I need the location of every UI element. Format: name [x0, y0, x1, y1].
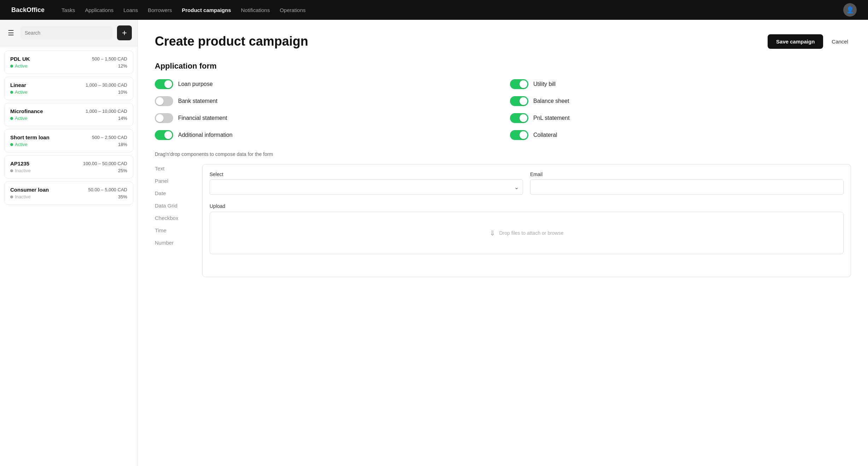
item-name: Consumer loan: [10, 187, 49, 193]
item-rate: 25%: [118, 168, 127, 173]
nav-product-campaigns[interactable]: Product campaigns: [182, 7, 231, 13]
toggle-row-loan-purpose: Loan purpose: [155, 79, 496, 89]
select-input[interactable]: [210, 179, 523, 195]
list-item[interactable]: PDL UK 500 – 1,500 CAD Active 12%: [4, 51, 133, 74]
item-range: 500 – 2,500 CAD: [92, 135, 127, 140]
status-text: Active: [15, 116, 27, 121]
status-text: Active: [15, 63, 27, 69]
nav-borrowers[interactable]: Borrowers: [148, 7, 172, 13]
status-badge: Inactive: [10, 168, 31, 173]
item-rate: 14%: [118, 116, 127, 121]
toggle-row-bank-statement: Bank statement: [155, 96, 496, 106]
bank-statement-toggle[interactable]: [155, 96, 173, 106]
list-item[interactable]: Microfinance 1,000 – 10,000 CAD Active 1…: [4, 103, 133, 126]
toggle-label: Utility bill: [533, 81, 556, 87]
status-dot: [10, 117, 13, 120]
status-dot: [10, 143, 13, 146]
toggle-label: Financial statement: [178, 115, 227, 121]
toggle-label: Loan purpose: [178, 81, 213, 87]
menu-icon-button[interactable]: ☰: [6, 27, 16, 39]
financial-statement-toggle[interactable]: [155, 113, 173, 123]
collateral-toggle[interactable]: [510, 130, 528, 140]
balance-sheet-toggle[interactable]: [510, 96, 528, 106]
status-text: Active: [15, 89, 27, 95]
item-range: 1,000 – 30,000 CAD: [86, 82, 127, 88]
cancel-button[interactable]: Cancel: [829, 34, 851, 49]
toggle-label: Bank statement: [178, 98, 217, 104]
status-text: Inactive: [15, 168, 31, 173]
toggle-row-financial-statement: Financial statement: [155, 113, 496, 123]
list-item[interactable]: Linear 1,000 – 30,000 CAD Active 10%: [4, 77, 133, 100]
upload-dropzone[interactable]: ⇓ Drop files to attach or browse: [210, 212, 844, 254]
page-title: Create product campaign: [155, 34, 308, 49]
sidebar: ☰ + PDL UK 500 – 1,500 CAD Active 12%: [0, 20, 138, 466]
item-name: AP1235: [10, 161, 29, 167]
status-dot: [10, 91, 13, 94]
dnd-layout: Text Panel Date Data Grid Checkbox Time …: [155, 164, 851, 277]
canvas-fields-row: Select ⌄ Email: [210, 171, 844, 195]
item-rate: 10%: [118, 89, 127, 95]
select-wrapper: ⌄: [210, 179, 523, 195]
upload-label: Upload: [210, 203, 844, 209]
select-field-group: Select ⌄: [210, 171, 523, 195]
component-panel[interactable]: Panel: [155, 176, 194, 185]
nav-notifications[interactable]: Notifications: [241, 7, 270, 13]
form-canvas: Select ⌄ Email Upload: [202, 164, 851, 277]
status-badge: Active: [10, 89, 27, 95]
item-rate: 35%: [118, 194, 127, 199]
nav-operations[interactable]: Operations: [280, 7, 305, 13]
component-number[interactable]: Number: [155, 238, 194, 247]
item-range: 100.00 – 50,000 CAD: [83, 161, 127, 166]
status-badge: Active: [10, 63, 27, 69]
navbar: BackOffice Tasks Applications Loans Borr…: [0, 0, 868, 20]
toggle-label: PnL statement: [533, 115, 570, 121]
dnd-hint-text: Drag'n'drop components to compose data f…: [155, 151, 851, 157]
email-field-group: Email: [530, 171, 844, 195]
status-text: Active: [15, 142, 27, 147]
select-label: Select: [210, 171, 523, 177]
status-badge: Active: [10, 142, 27, 147]
status-text: Inactive: [15, 194, 31, 199]
toggles-grid: Loan purpose Utility bill Bank statement: [155, 79, 851, 140]
additional-info-toggle[interactable]: [155, 130, 173, 140]
status-badge: Inactive: [10, 194, 31, 199]
item-name: Microfinance: [10, 108, 43, 114]
nav-tasks[interactable]: Tasks: [61, 7, 75, 13]
toggle-label: Additional information: [178, 132, 233, 138]
search-input[interactable]: [20, 26, 113, 40]
component-text[interactable]: Text: [155, 164, 194, 173]
component-date[interactable]: Date: [155, 189, 194, 198]
sidebar-toolbar: ☰ +: [0, 20, 137, 46]
item-rate: 18%: [118, 142, 127, 147]
list-item[interactable]: AP1235 100.00 – 50,000 CAD Inactive 25%: [4, 155, 133, 179]
save-campaign-button[interactable]: Save campaign: [768, 34, 823, 49]
loan-purpose-toggle[interactable]: [155, 79, 173, 89]
status-dot: [10, 196, 13, 198]
toggle-row-additional-info: Additional information: [155, 130, 496, 140]
list-item[interactable]: Consumer loan 50.00 – 5,000 CAD Inactive…: [4, 181, 133, 205]
header-actions: Save campaign Cancel: [768, 34, 851, 49]
pnl-statement-toggle[interactable]: [510, 113, 528, 123]
component-time[interactable]: Time: [155, 226, 194, 235]
status-dot: [10, 65, 13, 68]
toggle-row-utility-bill: Utility bill: [510, 79, 851, 89]
utility-bill-toggle[interactable]: [510, 79, 528, 89]
add-campaign-button[interactable]: +: [117, 25, 132, 40]
nav-loans[interactable]: Loans: [123, 7, 138, 13]
component-palette: Text Panel Date Data Grid Checkbox Time …: [155, 164, 194, 247]
main-content: Create product campaign Save campaign Ca…: [138, 20, 868, 466]
upload-hint-text: Drop files to attach or browse: [499, 230, 563, 236]
nav-links: Tasks Applications Loans Borrowers Produ…: [61, 7, 832, 13]
list-item[interactable]: Short term loan 500 – 2,500 CAD Active 1…: [4, 129, 133, 152]
item-name: Short term loan: [10, 134, 49, 140]
toggle-label: Collateral: [533, 132, 557, 138]
section-title: Application form: [155, 62, 851, 71]
item-range: 500 – 1,500 CAD: [92, 56, 127, 62]
component-data-grid[interactable]: Data Grid: [155, 201, 194, 210]
item-range: 50.00 – 5,000 CAD: [88, 187, 127, 192]
email-input[interactable]: [530, 179, 844, 195]
user-avatar[interactable]: 👤: [843, 3, 857, 17]
component-checkbox[interactable]: Checkbox: [155, 214, 194, 222]
toggle-label: Balance sheet: [533, 98, 569, 104]
nav-applications[interactable]: Applications: [85, 7, 113, 13]
